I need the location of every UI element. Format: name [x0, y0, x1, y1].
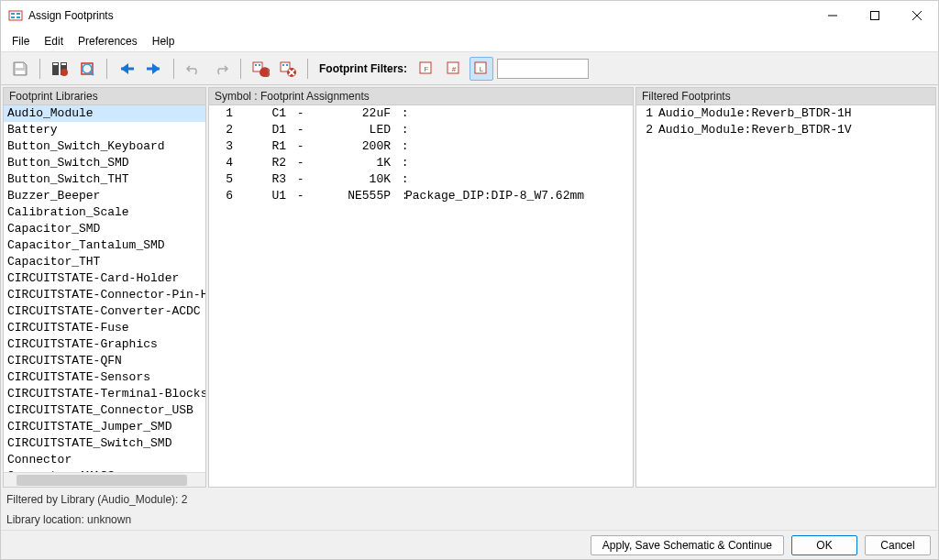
symbol-ref: R2 — [240, 155, 290, 171]
symbol-value: 200R — [303, 138, 394, 155]
filtered-list[interactable]: 1Audio_Module:Reverb_BTDR-1H2Audio_Modul… — [636, 105, 935, 487]
library-item[interactable]: Battery — [4, 122, 205, 138]
titlebar: Assign Footprints — [1, 1, 938, 30]
libraries-list[interactable]: Audio_ModuleBatteryButton_Switch_Keyboar… — [4, 105, 205, 472]
symbol-row[interactable]: 1C1 -22uF : — [209, 105, 633, 122]
svg-rect-26 — [282, 64, 284, 66]
content-area: Footprint Libraries Audio_ModuleBatteryB… — [1, 85, 938, 489]
menu-edit[interactable]: Edit — [37, 33, 71, 49]
library-item[interactable]: Audio_Module — [4, 105, 205, 122]
close-button[interactable] — [896, 1, 938, 30]
svg-rect-4 — [17, 16, 20, 18]
library-item[interactable]: Capacitor_THT — [4, 254, 205, 270]
symbol-row[interactable]: 6U1 -NE555P : Package_DIP:DIP-8_W7.62mm — [209, 188, 633, 204]
ok-button[interactable]: OK — [791, 535, 857, 555]
toolbar: Footprint Filters: F # L — [1, 52, 938, 85]
symbol-footprint — [405, 171, 629, 188]
library-item[interactable]: Capacitor_SMD — [4, 221, 205, 237]
save-button[interactable] — [8, 57, 32, 81]
svg-rect-9 — [16, 63, 23, 68]
app-icon — [8, 8, 23, 23]
symbols-header: Symbol : Footprint Assignments — [209, 88, 633, 105]
apply-button[interactable]: Apply, Save Schematic & Continue — [591, 535, 784, 555]
next-button[interactable] — [142, 57, 166, 81]
filtered-panel: Filtered Footprints 1Audio_Module:Reverb… — [635, 87, 936, 488]
svg-text:#: # — [452, 65, 457, 73]
menu-help[interactable]: Help — [145, 33, 182, 49]
symbol-ref: U1 — [240, 188, 290, 204]
library-item[interactable]: CIRCUITSTATE-Card-Holder — [4, 270, 205, 287]
toolbar-separator — [39, 59, 40, 79]
menu-preferences[interactable]: Preferences — [71, 33, 145, 49]
library-item[interactable]: CIRCUITSTATE_Switch_SMD — [4, 435, 205, 452]
toolbar-separator — [240, 59, 241, 79]
svg-rect-1 — [11, 13, 15, 15]
menu-file[interactable]: File — [5, 33, 37, 49]
symbol-index: 4 — [213, 155, 240, 171]
libraries-header: Footprint Libraries — [4, 88, 205, 105]
library-item[interactable]: CIRCUITSTATE_Jumper_SMD — [4, 419, 205, 435]
library-item[interactable]: CIRCUITSTATE-Sensors — [4, 369, 205, 386]
titlebar-text: Assign Footprints — [28, 9, 812, 22]
auto-assign-button[interactable] — [249, 57, 272, 81]
scrollbar-thumb[interactable] — [17, 475, 187, 486]
filtered-item[interactable]: 1Audio_Module:Reverb_BTDR-1H — [636, 105, 935, 122]
library-item[interactable]: Buzzer_Beeper — [4, 188, 205, 204]
filtered-name: Audio_Module:Reverb_BTDR-1H — [658, 105, 932, 122]
library-item[interactable]: CIRCUITSTATE-Graphics — [4, 336, 205, 353]
symbol-footprint — [405, 138, 629, 155]
svg-rect-27 — [286, 64, 288, 66]
minimize-button[interactable] — [812, 1, 854, 30]
assign-footprints-window: Assign Footprints File Edit Preferences … — [0, 0, 939, 560]
symbol-row[interactable]: 2D1 -LED : — [209, 122, 633, 138]
library-item[interactable]: CIRCUITSTATE-Terminal-Blocks — [4, 386, 205, 402]
svg-rect-13 — [53, 63, 58, 65]
symbol-ref: C1 — [240, 105, 290, 122]
cancel-button[interactable]: Cancel — [865, 535, 931, 555]
svg-text:L: L — [480, 65, 484, 73]
symbol-index: 2 — [213, 122, 240, 138]
symbols-panel: Symbol : Footprint Assignments 1C1 -22uF… — [208, 87, 634, 488]
svg-rect-10 — [16, 71, 25, 74]
library-table-button[interactable] — [48, 57, 72, 81]
filtered-item[interactable]: 2Audio_Module:Reverb_BTDR-1V — [636, 122, 935, 138]
symbol-row[interactable]: 4R2 -1K : — [209, 155, 633, 171]
library-item[interactable]: Connector — [4, 452, 205, 468]
library-item[interactable]: Calibration_Scale — [4, 204, 205, 221]
svg-rect-6 — [871, 12, 879, 20]
library-item[interactable]: CIRCUITSTATE-Fuse — [4, 320, 205, 336]
library-item[interactable]: Capacitor_Tantalum_SMD — [4, 237, 205, 254]
svg-rect-3 — [11, 16, 15, 18]
symbols-list[interactable]: 1C1 -22uF : 2D1 -LED : 3R1 -200R : 4R2 -… — [209, 105, 633, 487]
filter-label: Footprint Filters: — [319, 62, 407, 75]
library-item[interactable]: Button_Switch_THT — [4, 171, 205, 188]
symbol-index: 3 — [213, 138, 240, 155]
library-item[interactable]: CIRCUITSTATE-Converter-ACDC — [4, 303, 205, 320]
undo-button[interactable] — [182, 57, 205, 81]
view-footprint-button[interactable] — [75, 57, 99, 81]
filter-keywords-button[interactable]: F — [414, 57, 438, 81]
filter-library-button[interactable]: L — [470, 57, 493, 81]
svg-rect-2 — [17, 13, 20, 15]
symbol-value: NE555P — [303, 188, 394, 204]
maximize-button[interactable] — [854, 1, 896, 30]
button-bar: Apply, Save Schematic & Continue OK Canc… — [1, 530, 938, 559]
library-item[interactable]: CIRCUITSTATE-Connector-Pin-He — [4, 287, 205, 303]
symbol-footprint — [405, 122, 629, 138]
symbol-row[interactable]: 5R3 -10K : — [209, 171, 633, 188]
symbol-row[interactable]: 3R1 -200R : — [209, 138, 633, 155]
libraries-hscrollbar[interactable] — [4, 472, 205, 487]
prev-button[interactable] — [115, 57, 138, 81]
symbol-footprint: Package_DIP:DIP-8_W7.62mm — [405, 188, 629, 204]
delete-assoc-button[interactable] — [276, 57, 300, 81]
redo-button[interactable] — [209, 57, 233, 81]
library-item[interactable]: Button_Switch_Keyboard — [4, 138, 205, 155]
library-item[interactable]: CIRCUITSTATE_Connector_USB — [4, 402, 205, 419]
library-item[interactable]: Button_Switch_SMD — [4, 155, 205, 171]
status-line-1: Filtered by Library (Audio_Module): 2 — [1, 489, 938, 510]
filter-pincount-button[interactable]: # — [442, 57, 466, 81]
library-item[interactable]: CIRCUITSTATE-QFN — [4, 353, 205, 369]
symbol-ref: R1 — [240, 138, 290, 155]
search-input[interactable] — [497, 59, 589, 79]
filtered-index: 1 — [640, 105, 658, 122]
